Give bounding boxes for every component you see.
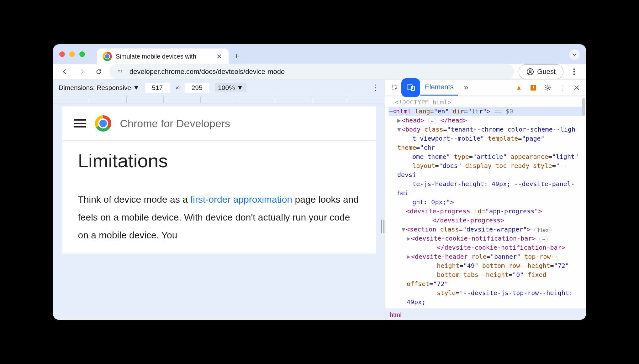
dom-tree[interactable]: <!DOCTYPE html> ⋯<html lang="en" dir="lt…: [385, 96, 586, 309]
profile-button[interactable]: Guest: [519, 64, 563, 79]
tab-strip: Simulate mobile devices with +: [53, 44, 586, 64]
device-mode-pane: Dimensions: Responsive ▼ × 100% ▼ ⋮: [53, 80, 385, 320]
devtools-panel: Elements ▲ ⋮ <!DOCTYPE html: [385, 80, 586, 320]
width-input[interactable]: [145, 83, 170, 93]
svg-point-6: [573, 69, 575, 70]
warning-triangle-icon[interactable]: ▲: [513, 81, 525, 94]
dom-html-row[interactable]: ⋯<html lang="en" dir="ltr"> == $0: [388, 107, 583, 116]
hamburger-menu-icon[interactable]: [74, 119, 86, 127]
svg-rect-1: [118, 71, 120, 72]
zoom-dropdown[interactable]: 100% ▼: [215, 83, 246, 92]
devtools-menu-icon[interactable]: ⋮: [556, 81, 568, 94]
ruler: [53, 96, 385, 103]
svg-rect-13: [533, 86, 534, 88]
devtools-toolbar: Elements ▲ ⋮: [385, 80, 586, 96]
new-tab-button[interactable]: +: [234, 51, 239, 61]
site-header: Chrome for Developers: [62, 107, 376, 141]
content-area: Dimensions: Responsive ▼ × 100% ▼ ⋮: [53, 80, 586, 320]
dom-header-row[interactable]: ▶<devsite-header role="banner" top-row--…: [388, 252, 583, 307]
back-button[interactable]: [59, 65, 71, 78]
dom-cookie-row[interactable]: ▶<devsite-cookie-notification-bar> ⋯ </d…: [388, 234, 583, 252]
dom-section-row[interactable]: ▼<section class="devsite-wrapper"> flex: [388, 225, 583, 234]
chrome-logo-icon: [95, 115, 111, 132]
article-content: Limitations Think of device mode as a fi…: [62, 141, 376, 253]
svg-point-15: [547, 87, 549, 89]
settings-gear-icon[interactable]: [541, 81, 554, 94]
minimize-window-button[interactable]: [69, 51, 75, 57]
page-heading: Limitations: [78, 150, 360, 172]
dom-body-row[interactable]: ▼<body class="tenant--chrome color-schem…: [388, 125, 583, 207]
site-title: Chrome for Developers: [120, 117, 230, 130]
device-toolbar-menu[interactable]: ⋮: [371, 83, 379, 93]
dom-progress-row[interactable]: <devsite-progress id="app-progress"> </d…: [388, 207, 583, 225]
viewport-wrap: Chrome for Developers Limitations Think …: [53, 103, 385, 320]
svg-rect-14: [533, 89, 534, 89]
url-text: developer.chrome.com/docs/devtools/devic…: [129, 68, 285, 76]
browser-tab[interactable]: Simulate mobile devices with: [97, 49, 229, 64]
address-bar[interactable]: developer.chrome.com/docs/devtools/devic…: [109, 64, 514, 79]
resize-handle-right[interactable]: [381, 217, 385, 236]
svg-point-3: [121, 71, 122, 72]
chrome-menu-button[interactable]: [568, 65, 580, 78]
profile-label: Guest: [537, 68, 556, 76]
chrome-favicon-icon: [103, 52, 112, 61]
dimensions-dropdown[interactable]: Dimensions: Responsive ▼: [59, 84, 140, 91]
inspect-element-icon[interactable]: [388, 81, 401, 94]
window-controls: [59, 51, 85, 57]
svg-point-7: [573, 71, 575, 73]
device-toolbar: Dimensions: Responsive ▼ × 100% ▼ ⋮: [53, 80, 385, 96]
chevron-down-icon: ▼: [133, 84, 140, 91]
close-tab-button[interactable]: [214, 51, 224, 61]
chevron-down-icon: ▼: [237, 84, 243, 91]
close-devtools-icon[interactable]: [570, 81, 583, 94]
maximize-window-button[interactable]: [79, 51, 85, 57]
scrollbar-thumb[interactable]: [582, 98, 585, 116]
tab-search-button[interactable]: [569, 49, 580, 60]
more-tabs-icon[interactable]: [460, 81, 473, 94]
page-paragraph: Think of device mode as a first-order ap…: [78, 190, 360, 244]
svg-rect-0: [118, 70, 120, 70]
reload-button[interactable]: [92, 65, 105, 78]
dimension-separator: ×: [175, 84, 179, 91]
close-window-button[interactable]: [59, 51, 65, 57]
svg-point-5: [529, 70, 531, 72]
toggle-device-toolbar-icon[interactable]: [403, 80, 419, 96]
svg-point-8: [573, 74, 575, 75]
dom-head-row[interactable]: ▶<head> ⋯ </head>: [388, 116, 583, 125]
dom-doctype: <!DOCTYPE html>: [388, 98, 583, 107]
browser-window: Simulate mobile devices with + developer…: [53, 44, 586, 320]
simulated-viewport[interactable]: Chrome for Developers Limitations Think …: [62, 107, 376, 253]
height-input[interactable]: [185, 83, 209, 93]
tab-title: Simulate mobile devices with: [116, 53, 210, 60]
issues-icon[interactable]: [527, 81, 540, 94]
svg-point-2: [121, 70, 122, 70]
dom-breadcrumb[interactable]: html: [385, 309, 586, 320]
elements-tab[interactable]: Elements: [420, 80, 458, 96]
site-info-icon[interactable]: [117, 68, 124, 76]
browser-toolbar: developer.chrome.com/docs/devtools/devic…: [53, 64, 586, 80]
approximation-link[interactable]: first-order approximation: [190, 194, 292, 205]
forward-button[interactable]: [76, 65, 88, 78]
